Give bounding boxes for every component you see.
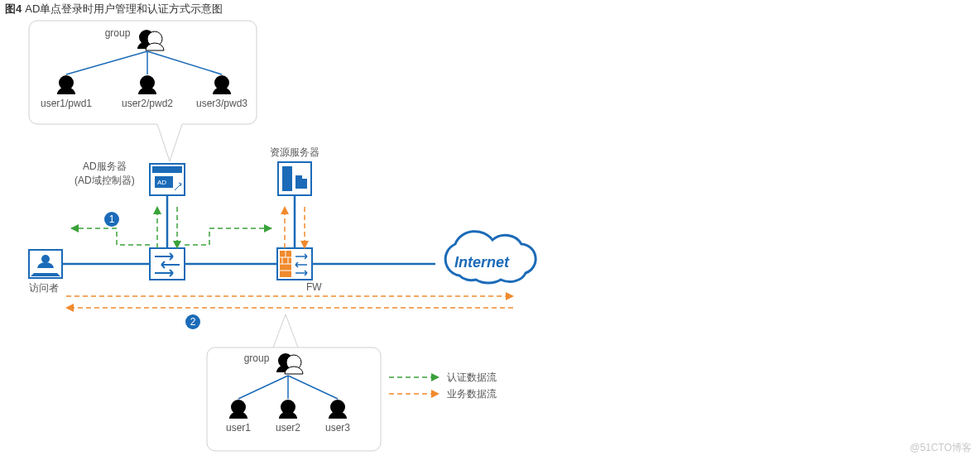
- svg-rect-13: [282, 166, 292, 191]
- bottom-user2: user2: [276, 422, 300, 434]
- top-user1: user1/pwd1: [41, 98, 92, 109]
- step-1-badge: 1: [104, 212, 119, 227]
- visitor-icon: [29, 250, 62, 278]
- bottom-group-label: group: [244, 352, 270, 364]
- resource-server-icon: [278, 162, 311, 195]
- svg-point-17: [41, 255, 50, 263]
- watermark: @51CTO博客: [910, 441, 972, 455]
- internet-label: Internet: [454, 254, 510, 271]
- fw-label: FW: [306, 281, 322, 293]
- svg-rect-15: [295, 175, 302, 179]
- resource-server-label: 资源服务器: [270, 146, 319, 160]
- ad-server-icon: AD: [150, 164, 185, 195]
- legend-biz-label: 业务数据流: [447, 387, 497, 401]
- internet-cloud: Internet: [445, 232, 536, 283]
- switch-icon: [150, 248, 185, 280]
- top-user3: user3/pwd3: [196, 98, 247, 109]
- svg-rect-14: [295, 179, 307, 189]
- svg-rect-9: [152, 166, 182, 173]
- ad-server-callout: [29, 21, 257, 161]
- top-user2: user2/pwd2: [122, 98, 173, 109]
- visitor-label: 访问者: [29, 281, 59, 295]
- step-2-badge: 2: [185, 314, 200, 329]
- top-group-label: group: [105, 27, 131, 39]
- svg-text:AD: AD: [157, 179, 166, 186]
- bottom-user3: user3: [325, 422, 350, 434]
- auth-flow-lines: [71, 207, 271, 248]
- firewall-icon: [277, 248, 312, 280]
- bottom-user1: user1: [226, 422, 251, 434]
- ad-server-label: AD服务器 (AD域控制器): [74, 160, 135, 188]
- legend-auth-label: 认证数据流: [447, 371, 497, 385]
